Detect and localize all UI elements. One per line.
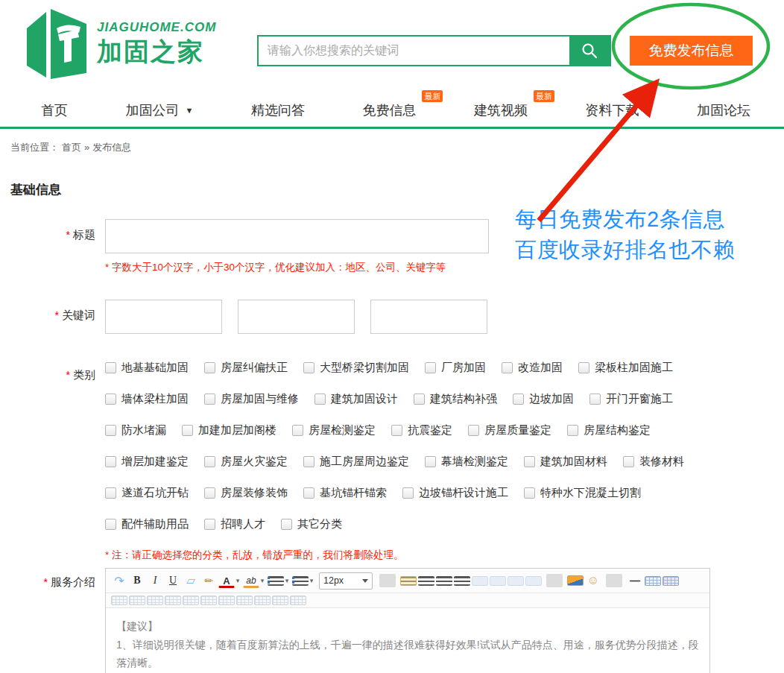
keyword-input-3[interactable] (370, 300, 487, 334)
delete-row-icon[interactable] (183, 595, 199, 605)
category-checkbox[interactable]: 梁板柱加固施工 (578, 361, 673, 375)
cell-properties-icon[interactable] (129, 595, 145, 605)
search-button[interactable] (569, 37, 610, 65)
category-checkbox[interactable]: 房屋装修装饰 (204, 486, 288, 500)
nav-item-资料下载[interactable]: 资料下载 (585, 101, 639, 119)
unordered-list-arrow-icon[interactable]: ▾ (308, 572, 315, 590)
highlight-icon[interactable]: ab (243, 575, 259, 588)
category-checkbox[interactable]: 增层加建鉴定 (105, 455, 189, 469)
category-checkbox[interactable]: 大型桥梁切割加固 (303, 361, 409, 375)
image-block-icon[interactable] (525, 576, 542, 586)
category-checkbox[interactable]: 特种水下混凝土切割 (524, 486, 641, 500)
category-checkbox-group: 地基基础加固房屋纠偏扶正大型桥梁切割加固厂房加固改造加固梁板柱加固施工墙体梁柱加… (105, 353, 700, 562)
bold-icon[interactable]: B (129, 572, 145, 590)
new-badge: 最新 (422, 90, 443, 102)
undo-icon[interactable]: ↷ (111, 572, 127, 590)
category-checkbox[interactable]: 配件辅助用品 (105, 517, 189, 531)
merge-down-icon[interactable] (254, 595, 271, 605)
keyword-input-1[interactable] (105, 300, 222, 334)
category-checkbox[interactable]: 边坡锚杆设计施工 (402, 486, 508, 500)
font-color-arrow-icon[interactable]: ▾ (234, 572, 241, 590)
nav-item-首页[interactable]: 首页 (41, 101, 68, 119)
font-size-select[interactable]: 12px (319, 572, 373, 590)
category-checkbox[interactable]: 房屋火灾鉴定 (204, 455, 288, 469)
rich-text-editor: ↷BIU▱✏A▾ab▾▾▾12px☺— 【建议】 1、详细说明很关键，随着百度新… (105, 568, 710, 673)
eraser-icon[interactable]: ▱ (183, 572, 199, 590)
insert-image-icon[interactable] (567, 575, 584, 586)
split-column-icon[interactable] (290, 595, 306, 605)
category-checkbox[interactable]: 施工房屋周边鉴定 (303, 455, 409, 469)
horizontal-rule-icon[interactable]: — (627, 572, 643, 590)
title-input[interactable] (105, 219, 489, 253)
category-checkbox[interactable]: 地基基础加固 (105, 361, 189, 375)
category-checkbox[interactable]: 开门开窗施工 (589, 392, 673, 406)
category-checkbox[interactable]: 房屋结构鉴定 (567, 423, 651, 437)
category-checkbox[interactable]: 抗震鉴定 (391, 423, 452, 437)
category-checkbox[interactable]: 加建加层加阁楼 (182, 423, 276, 437)
delete-table-icon[interactable] (663, 576, 679, 586)
font-color-icon[interactable]: A (218, 575, 235, 588)
merge-right-icon[interactable] (236, 595, 253, 605)
delete-column-icon[interactable] (200, 595, 217, 605)
search-input[interactable] (259, 37, 569, 65)
checkbox-icon (182, 425, 193, 436)
align-justify-icon[interactable] (454, 576, 470, 586)
editor-content[interactable]: 【建议】 1、详细说明很关键，随着百度新算法的上线，千遍一律的描述很难获得好效果… (106, 608, 709, 673)
underline-icon[interactable]: U (165, 572, 181, 590)
category-checkbox[interactable]: 防水堵漏 (105, 423, 166, 437)
category-checkbox[interactable]: 其它分类 (281, 517, 342, 531)
keywords-label: *关键词 (0, 300, 105, 334)
checkbox-icon (303, 487, 314, 499)
category-checkbox[interactable]: 建筑加固材料 (524, 455, 607, 469)
nav-item-建筑视频[interactable]: 建筑视频最新 (474, 101, 528, 119)
align-left-icon[interactable] (400, 576, 417, 586)
category-checkbox[interactable]: 边坡加固 (513, 392, 574, 406)
nav-item-加固论坛[interactable]: 加固论坛 (697, 101, 750, 119)
insert-row-icon[interactable] (147, 595, 163, 605)
checkbox-icon (623, 456, 634, 467)
image-align-left-icon[interactable] (472, 576, 488, 586)
category-checkbox[interactable]: 建筑加固设计 (314, 392, 398, 406)
category-checkbox[interactable]: 厂房加固 (425, 361, 486, 375)
nav-item-加固公司[interactable]: 加固公司▼ (126, 101, 194, 119)
emoji-icon[interactable]: ☺ (585, 572, 601, 590)
category-checkbox[interactable]: 房屋质量鉴定 (468, 423, 551, 437)
category-checkbox[interactable]: 房屋检测鉴定 (292, 423, 376, 437)
checkbox-icon (303, 362, 314, 373)
format-brush-icon[interactable]: ✏ (200, 572, 217, 590)
merge-cells-icon[interactable] (218, 595, 235, 605)
insert-column-icon[interactable] (165, 595, 181, 605)
logo-name: 加固之家 (97, 35, 216, 69)
category-checkbox[interactable]: 建筑结构补强 (414, 392, 497, 406)
highlight-arrow-icon[interactable]: ▾ (259, 572, 266, 590)
category-checkbox[interactable]: 墙体梁柱加固 (105, 392, 189, 406)
italic-icon[interactable]: I (147, 572, 163, 590)
image-align-right-icon[interactable] (508, 576, 524, 586)
category-checkbox-label: 房屋火灾鉴定 (221, 455, 288, 469)
split-row-icon[interactable] (272, 595, 288, 605)
category-checkbox[interactable]: 装修材料 (623, 455, 684, 469)
category-checkbox[interactable]: 基坑锚杆锚索 (303, 486, 387, 500)
checkbox-icon (524, 456, 535, 467)
nav-item-精选问答[interactable]: 精选问答 (251, 101, 305, 119)
breadcrumb-home-link[interactable]: 首页 (62, 142, 81, 153)
category-checkbox[interactable]: 改造加固 (502, 361, 563, 375)
category-checkbox[interactable]: 房屋纠偏扶正 (204, 361, 288, 375)
category-checkbox[interactable]: 遂道石坑开钻 (105, 486, 189, 500)
ordered-list-icon[interactable] (268, 576, 284, 586)
insert-table-icon[interactable] (645, 576, 661, 586)
category-checkbox[interactable]: 招聘人才 (204, 517, 265, 531)
keyword-input-2[interactable] (238, 300, 355, 334)
image-align-inline-icon[interactable] (490, 576, 506, 586)
unordered-list-icon[interactable] (292, 576, 309, 586)
publish-info-button[interactable]: 免费发布信息 (630, 36, 753, 66)
nav-item-免费信息[interactable]: 免费信息最新 (362, 101, 416, 119)
table-properties-icon[interactable] (111, 595, 127, 605)
align-center-icon[interactable] (418, 576, 434, 586)
ordered-list-arrow-icon[interactable]: ▾ (283, 572, 291, 590)
category-checkbox[interactable]: 幕墙检测鉴定 (425, 455, 508, 469)
category-checkbox[interactable]: 房屋加固与维修 (204, 392, 299, 406)
logo[interactable]: JIAGUHOME.COM 加固之家 (21, 7, 216, 82)
align-right-icon[interactable] (436, 576, 452, 586)
checkbox-icon (425, 456, 436, 467)
